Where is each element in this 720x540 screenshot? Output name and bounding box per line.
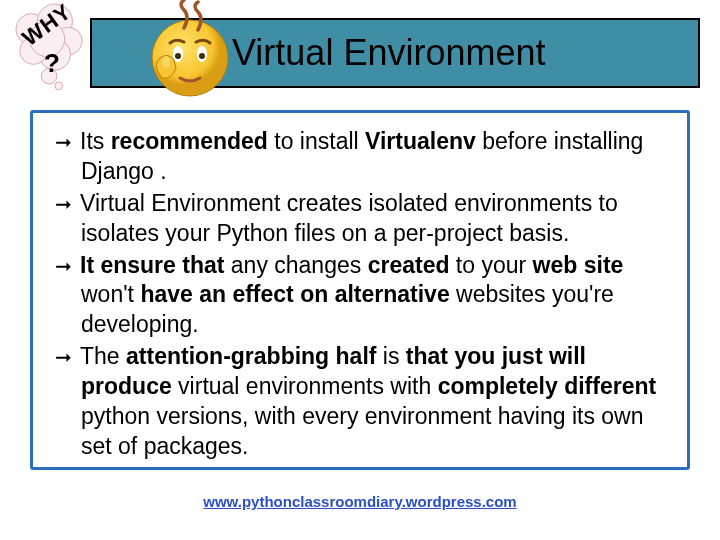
bullet-text-run: recommended (111, 128, 268, 154)
bullet-item: The attention-grabbing half is that you … (55, 342, 669, 462)
svg-point-14 (162, 56, 170, 68)
bullet-text-run: Virtualenv (365, 128, 476, 154)
page-title: Virtual Environment (232, 32, 546, 74)
content-panel: Its recommended to install Virtualenv be… (30, 110, 690, 470)
bullet-item: It ensure that any changes created to yo… (55, 251, 669, 341)
bullet-text-run: created (368, 252, 450, 278)
bullet-text-run: is (376, 343, 405, 369)
footer-link: www.pythonclassroomdiary.wordpress.com (0, 493, 720, 510)
bullet-text-run: attention-grabbing half (126, 343, 376, 369)
bullet-text-run: have an effect on alternative (140, 281, 449, 307)
bullet-text-run: any changes (224, 252, 367, 278)
bullet-text-run: to your (449, 252, 532, 278)
bullet-text-run: Virtual Environment creates isolated env… (80, 190, 618, 246)
bullet-text-run: completely different (438, 373, 657, 399)
why-callout: WHY ? (12, 2, 90, 92)
svg-point-12 (199, 53, 205, 59)
bullet-text-run: to install (268, 128, 365, 154)
source-url[interactable]: www.pythonclassroomdiary.wordpress.com (203, 493, 516, 510)
question-mark: ? (44, 48, 60, 79)
bullet-text-run: The (80, 343, 126, 369)
bullet-text-run: Its (80, 128, 111, 154)
bullet-item: Its recommended to install Virtualenv be… (55, 127, 669, 187)
svg-point-7 (55, 82, 63, 90)
bullet-text-run: virtual environments with (172, 373, 438, 399)
bullet-text-run: It ensure that (80, 252, 224, 278)
svg-point-11 (175, 53, 181, 59)
bullet-text-run: won't (81, 281, 140, 307)
bullet-item: Virtual Environment creates isolated env… (55, 189, 669, 249)
thinking-face-icon (140, 0, 240, 100)
bullet-text-run: python versions, with every environment … (81, 403, 644, 459)
bullet-text-run: web site (533, 252, 624, 278)
